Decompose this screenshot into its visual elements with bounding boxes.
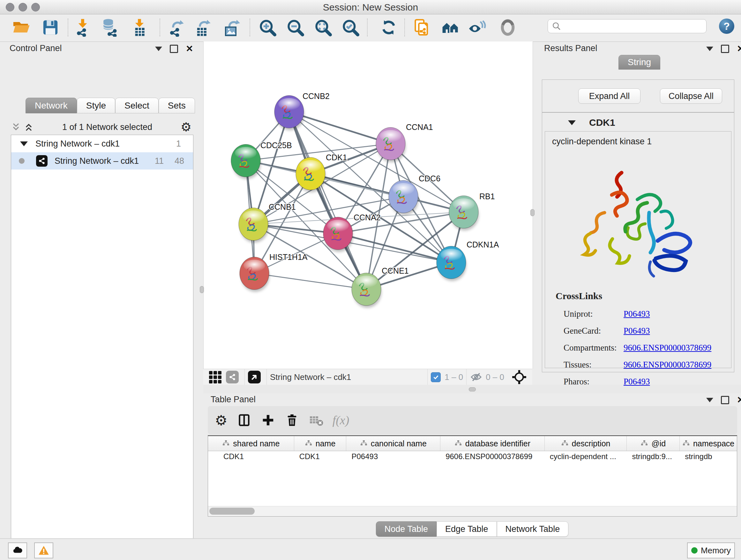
collection-expand-icon[interactable] — [20, 141, 28, 146]
hidden-counts: 0 – 0 — [486, 372, 504, 382]
warnings-button[interactable] — [34, 543, 53, 558]
network-collection-row[interactable]: String Network – cdk1 1 — [11, 135, 193, 152]
network-view-icon[interactable] — [226, 371, 239, 383]
crosslink-value[interactable]: P06493 — [623, 326, 650, 335]
zoom-selected-button[interactable] — [340, 17, 360, 37]
network-options-gear-icon[interactable]: ⚙ — [181, 121, 192, 133]
cell-namespace[interactable]: stringdb — [680, 452, 737, 461]
close-panel-icon[interactable]: ✕ — [186, 46, 193, 52]
toolbar-search[interactable] — [548, 19, 706, 33]
string-network-graph[interactable]: CCNB2CCNA1CDC25BCDK1CDC6RB1CCNB1CCNA2CDK… — [204, 42, 533, 369]
refresh-icon — [380, 18, 398, 37]
cell-shared-name[interactable]: CDK1 — [208, 452, 294, 461]
close-panel-icon[interactable]: ✕ — [737, 397, 741, 403]
collapse-all-button[interactable]: Collapse All — [660, 88, 722, 104]
expand-all-button[interactable]: Expand All — [578, 88, 641, 104]
search-input[interactable] — [561, 21, 697, 32]
network-row-selected[interactable]: String Network – cdk1 11 48 — [11, 152, 193, 170]
expand-all-chevron-icon[interactable] — [23, 122, 34, 132]
cell-description[interactable]: cyclin-dependent ... — [545, 452, 627, 461]
float-panel-icon[interactable] — [721, 45, 729, 53]
cell-canonical-name[interactable]: P06493 — [347, 452, 441, 461]
memory-button[interactable]: Memory — [687, 543, 735, 558]
tab-network-table[interactable]: Network Table — [497, 521, 569, 537]
panel-menu-icon[interactable] — [706, 47, 713, 51]
show-columns-icon[interactable] — [234, 410, 254, 430]
horizontal-scrollbar[interactable] — [208, 506, 737, 516]
collection-label: String Network – cdk1 — [36, 139, 120, 149]
hide-graphics-details-button[interactable] — [467, 17, 487, 37]
network-node-count: 11 — [155, 156, 164, 166]
selected-checkbox-icon[interactable] — [431, 372, 441, 382]
show-all-networks-button[interactable] — [441, 17, 461, 37]
cloud-status-button[interactable] — [8, 543, 27, 558]
apply-layout-button[interactable] — [379, 17, 399, 37]
edge-CCNB2-CCNE1[interactable] — [289, 112, 366, 289]
tab-edge-table[interactable]: Edge Table — [436, 521, 497, 537]
tab-select[interactable]: Select — [115, 98, 158, 113]
crosslink-value[interactable]: 9606.ENSP00000378699 — [623, 343, 711, 353]
fit-selected-crosshair-icon[interactable] — [511, 369, 527, 385]
entry-description: cyclin-dependent kinase 1 — [552, 137, 652, 146]
zoom-fit-button[interactable] — [313, 17, 333, 37]
delete-column-trash-icon[interactable] — [282, 410, 302, 430]
export-network-button[interactable] — [166, 17, 186, 37]
cell-database-identifier[interactable]: 9606.ENSP00000378699 — [441, 452, 545, 461]
save-session-button[interactable] — [41, 17, 60, 37]
crosslink-value[interactable]: P06493 — [623, 309, 650, 319]
control-panel-window-controls: ✕ — [155, 45, 193, 53]
float-panel-icon[interactable] — [721, 396, 729, 404]
import-table-button[interactable] — [130, 17, 149, 37]
close-panel-icon[interactable]: ✕ — [737, 46, 741, 52]
table-row[interactable]: CDK1 CDK1 P06493 9606.ENSP00000378699 cy… — [208, 451, 737, 462]
tab-network[interactable]: Network — [25, 98, 77, 113]
zoom-out-button[interactable] — [285, 17, 305, 37]
column-header[interactable]: canonical name — [346, 436, 441, 451]
tab-sets[interactable]: Sets — [158, 98, 195, 113]
crosslink-value[interactable]: 9606.ENSP00000378699 — [623, 360, 711, 369]
crosslink-label: Tissues: — [563, 356, 623, 373]
column-header[interactable]: database identifier — [441, 436, 545, 451]
edge-CCNB2-CCNA1[interactable] — [289, 112, 391, 144]
network-view-canvas[interactable]: CCNB2CCNA1CDC25BCDK1CDC6RB1CCNB1CCNA2CDK… — [203, 42, 533, 369]
clone-network-button[interactable] — [412, 17, 432, 37]
tab-style[interactable]: Style — [77, 98, 115, 113]
control-panel-tabs: Network Style Select Sets — [25, 98, 195, 113]
scrollbar-thumb[interactable] — [209, 508, 255, 515]
collapse-all-chevron-icon[interactable] — [11, 122, 21, 132]
edge-HIST1H1A-CCNE1[interactable] — [254, 273, 366, 289]
splitter-handle[interactable] — [469, 387, 476, 391]
entry-collapse-icon[interactable] — [568, 120, 576, 125]
panel-menu-icon[interactable] — [706, 398, 713, 402]
column-header[interactable]: shared name — [208, 436, 294, 451]
crosslink-value[interactable]: P06493 — [623, 377, 650, 386]
export-image-button[interactable] — [222, 17, 242, 37]
column-header[interactable]: namespace — [680, 436, 737, 451]
help-button[interactable]: ? — [719, 18, 734, 34]
tab-node-table[interactable]: Node Table — [376, 521, 436, 537]
export-table-button[interactable] — [193, 17, 213, 37]
crosslink-row: Uniprot:P06493 — [563, 306, 711, 322]
show-graphics-details-button[interactable] — [498, 17, 518, 37]
import-network-from-file-button[interactable] — [73, 17, 92, 37]
zoom-in-button[interactable] — [258, 17, 277, 37]
add-column-icon[interactable] — [258, 410, 278, 430]
birds-eye-view-icon[interactable] — [248, 371, 261, 383]
edge-CCNA2-CDKN1A[interactable] — [338, 233, 451, 262]
grid-view-icon[interactable] — [209, 371, 221, 383]
tab-string[interactable]: String — [618, 55, 660, 70]
left-splitter-handle[interactable] — [200, 286, 204, 293]
image-export-icon — [222, 18, 241, 37]
column-header[interactable]: description — [545, 436, 627, 451]
column-header[interactable]: @id — [627, 436, 680, 451]
cell-id[interactable]: stringdb:9... — [627, 452, 680, 461]
table-settings-gear-icon[interactable]: ⚙ — [211, 410, 231, 430]
cell-name[interactable]: CDK1 — [294, 452, 347, 461]
import-network-from-database-button[interactable] — [100, 17, 120, 37]
crosslink-row: Tissues:9606.ENSP00000378699 — [563, 356, 711, 373]
column-header[interactable]: name — [294, 436, 347, 451]
panel-menu-icon[interactable] — [155, 47, 162, 51]
open-session-button[interactable] — [11, 17, 31, 37]
database-import-icon — [100, 18, 119, 37]
float-panel-icon[interactable] — [170, 45, 178, 53]
